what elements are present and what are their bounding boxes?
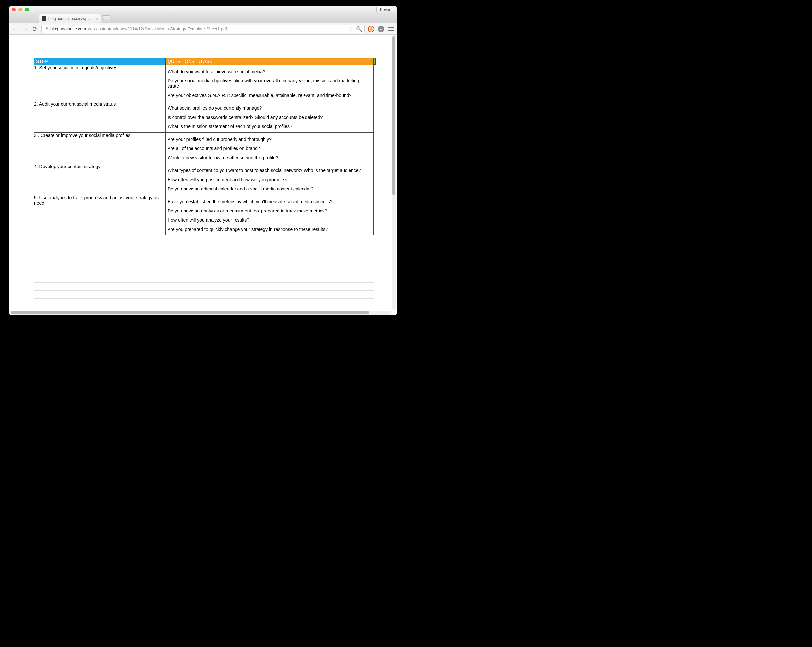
question-text: What is the mission statement of each of… [168,122,371,131]
step-cell: 4. Develop your content strategy [34,164,166,195]
address-bar[interactable]: blog.hootsuite.com/wp-content/uploads/20… [41,24,365,33]
empty-row [34,299,374,307]
questions-cell: What do you want to achieve with social … [166,65,374,101]
vertical-scrollbar[interactable] [392,35,396,310]
question-text: What social profiles do you currently ma… [168,104,371,113]
questions-cell: Are your profiles filled out properly an… [166,133,374,164]
horizontal-scrollbar[interactable] [10,311,392,314]
empty-row [34,235,374,243]
empty-row [34,291,374,299]
column-header-questions: QUESTIONS TO ASK [166,58,374,65]
question-text: Are all of the accounts and profiles on … [168,144,371,153]
questions-cell: What social profiles do you currently ma… [166,101,374,133]
question-text: What types of content do you want to pos… [168,166,371,175]
page-viewport: STEP QUESTIONS TO ASK 1. Set your social… [9,35,397,315]
window-controls [12,8,29,12]
step-cell: 1. Set your social media goals/objective… [34,65,166,101]
extension-pocket-icon[interactable]: ⌄ [378,26,384,32]
horizontal-scroll-thumb[interactable] [11,311,369,314]
profile-button[interactable]: Kevan [377,6,395,12]
question-text: Is control over the passwords centralize… [168,113,371,122]
question-text: How often will you post content and how … [168,175,371,184]
question-text: Are your objectives S.M.A.R.T: specific,… [168,91,371,100]
back-button[interactable]: ← [12,25,18,32]
browser-window: Kevan ⌄ blog.hootsuite.com/wp-con × ← → … [9,6,397,315]
zoom-icon[interactable]: 🔍 [356,26,362,32]
titlebar: Kevan [9,6,397,13]
table-row: 4. Develop your content strategyWhat typ… [34,164,374,195]
step-cell: 2. Audit your current social media statu… [34,101,166,133]
table-row: 5. Use analytics to track progress and a… [34,195,374,235]
tab-favicon-icon: ⌄ [42,17,46,21]
table-row: 1. Set your social media goals/objective… [34,65,374,101]
minimize-window-icon[interactable] [18,8,22,12]
table-row: 2. Audit your current social media statu… [34,101,374,133]
forward-button[interactable]: → [22,25,28,32]
strategy-table: STEP QUESTIONS TO ASK 1. Set your social… [34,58,374,235]
question-text: How often will you analyze your results? [168,215,371,225]
question-text: Do you have an analytics or measurment t… [168,206,371,215]
vertical-scroll-thumb[interactable] [392,36,395,195]
tab-title: blog.hootsuite.com/wp-con [48,17,94,21]
reload-button[interactable]: ⟳ [32,25,38,33]
third-column-sliver [374,58,376,65]
tab-strip: ⌄ blog.hootsuite.com/wp-con × [9,13,397,23]
empty-row [34,267,374,275]
toolbar: ← → ⟳ blog.hootsuite.com/wp-content/uplo… [9,23,397,35]
empty-row [34,243,374,251]
empty-row [34,275,374,283]
question-text: Are your profiles filled out properly an… [168,135,371,144]
close-window-icon[interactable] [12,8,16,12]
question-text: What do you want to achieve with social … [168,67,371,76]
step-cell: 5. Use analytics to track progress and a… [34,195,166,235]
close-tab-icon[interactable]: × [96,17,98,21]
question-text: Do your social media objectives align wi… [168,76,371,91]
table-row: 3 . Create or improve your social media … [34,133,374,164]
empty-rows [34,235,374,307]
new-tab-button[interactable] [102,15,112,21]
questions-cell: Have you established the metrics by whic… [166,195,374,235]
maximize-window-icon[interactable] [25,8,29,12]
url-path: /wp-content/uploads/2014/12/Social-Media… [88,26,227,31]
question-text: Are you prepared to quickly change your … [168,225,371,234]
page-icon [44,27,48,31]
empty-row [34,283,374,291]
empty-row [34,251,374,259]
question-text: Do you have an editorial calendar and a … [168,184,371,194]
menu-button[interactable] [388,26,394,32]
pdf-document: STEP QUESTIONS TO ASK 1. Set your social… [9,35,392,311]
column-header-step: STEP [34,58,166,65]
question-text: Would a new visitor follow me after seei… [168,153,371,162]
url-host: blog.hootsuite.com [50,26,86,31]
bookmark-star-icon[interactable]: ☆ [348,26,353,32]
step-cell: 3 . Create or improve your social media … [34,133,166,164]
browser-tab[interactable]: ⌄ blog.hootsuite.com/wp-con × [39,14,101,23]
extension-ublock-icon[interactable]: ✋ [368,26,374,32]
question-text: Have you established the metrics by whic… [168,197,371,206]
questions-cell: What types of content do you want to pos… [166,164,374,195]
empty-row [34,259,374,267]
